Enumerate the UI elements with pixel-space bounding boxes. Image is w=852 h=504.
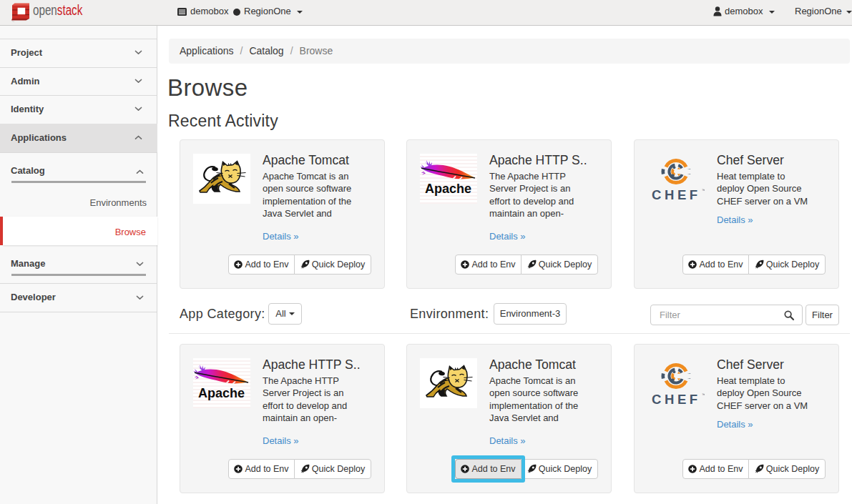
- svg-text:™: ™: [702, 188, 705, 192]
- svg-text:Apache: Apache: [198, 386, 245, 400]
- svg-text:™: ™: [702, 392, 705, 397]
- svg-text:CHEF: CHEF: [652, 392, 701, 405]
- svg-text:Apache: Apache: [425, 182, 471, 196]
- svg-text:CHEF: CHEF: [652, 187, 701, 200]
